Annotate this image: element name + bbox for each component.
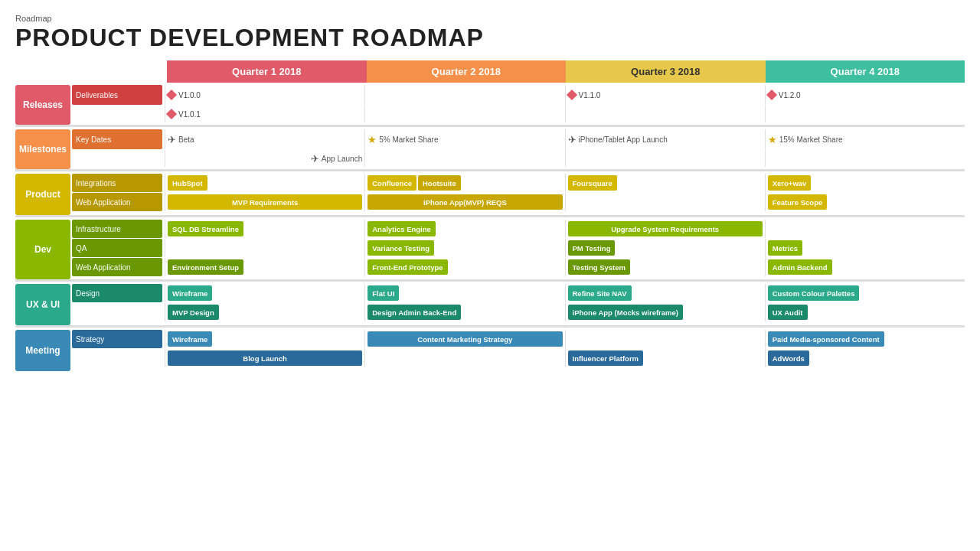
page-title: PRODUCT DEVELOPMENT ROADMAP bbox=[15, 24, 965, 51]
m-q4: ★ 15% Market Share bbox=[765, 129, 965, 149]
iphone-launch-item: ✈ iPhone/Tablet App Launch bbox=[568, 134, 668, 145]
product-section-label: Product bbox=[15, 174, 70, 215]
releases-section: Releases Deliverables V1.0.0 bbox=[15, 85, 965, 127]
v120-diamond bbox=[766, 90, 777, 100]
frontend-bar: Front-End Prototype bbox=[368, 259, 447, 275]
upgrade-bar: Upgrade System Requirements bbox=[568, 221, 763, 236]
v120-item: V1.2.0 bbox=[768, 91, 801, 99]
r-q3: V1.1.0 bbox=[565, 85, 765, 105]
r2-q3 bbox=[565, 106, 765, 122]
quarter-4-header: Quarter 4 2018 bbox=[766, 60, 965, 83]
product-section: Product Integrations HubSpot Confluence … bbox=[15, 174, 965, 217]
quarter-3-header: Quarter 3 2018 bbox=[566, 60, 766, 83]
v101-item: V1.0.1 bbox=[168, 110, 201, 119]
r-q4: V1.2.0 bbox=[765, 85, 965, 105]
m-q3: ✈ iPhone/Tablet App Launch bbox=[565, 129, 765, 149]
pm-bar: PM Testing bbox=[568, 240, 616, 256]
star-icon-5pct: ★ bbox=[368, 134, 377, 145]
header-sup: Roadmap bbox=[15, 14, 965, 23]
star-icon-15pct: ★ bbox=[768, 134, 777, 145]
qa-label: QA bbox=[72, 239, 162, 257]
v101-diamond bbox=[166, 109, 177, 119]
ux-section: UX & UI Design Wireframe Flat UI bbox=[15, 284, 965, 328]
admin-bar: Admin Backend bbox=[768, 259, 832, 275]
variance-bar: Variance Testing bbox=[368, 240, 434, 256]
foursquare-bar: Foursquare bbox=[568, 175, 617, 191]
quarter-1-header: Quarter 1 2018 bbox=[167, 60, 367, 83]
r-q2 bbox=[364, 85, 564, 105]
app-launch-item: ✈ App Launch bbox=[311, 153, 362, 165]
mvp-req-bar: MVP Requirements bbox=[168, 194, 362, 210]
hubspot-bar: HubSpot bbox=[168, 175, 207, 191]
paid-media-bar: Paid Media-sponsored Content bbox=[768, 331, 884, 347]
wireframe-bar: Wireframe bbox=[168, 285, 212, 301]
dev-section: Dev Infrastructure SQL DB Streamline Ana… bbox=[15, 220, 965, 282]
infrastructure-label: Infrastructure bbox=[72, 220, 162, 238]
page: Roadmap PRODUCT DEVELOPMENT ROADMAP Quar… bbox=[0, 0, 980, 551]
web-app-label: Web Application bbox=[72, 193, 162, 211]
r2-q4 bbox=[765, 106, 965, 122]
m-q1: ✈ Beta bbox=[165, 129, 364, 149]
quarter-2-header: Quarter 2 2018 bbox=[367, 60, 567, 83]
flat-ui-bar: Flat UI bbox=[368, 285, 399, 301]
meeting-wireframe-bar: Wireframe bbox=[168, 331, 212, 347]
iphone-mvp-bar: iPhone App(MVP) REQS bbox=[368, 194, 562, 210]
v110-diamond bbox=[566, 90, 577, 100]
influencer-platform-bar: Influencer Platform bbox=[568, 350, 644, 366]
quarter-headers: Quarter 1 2018 Quarter 2 2018 Quarter 3 … bbox=[167, 60, 965, 83]
feature-scope-bar: Feature Scope bbox=[768, 194, 827, 210]
milestones-section-label: Milestones bbox=[15, 129, 70, 169]
m-q2: ★ 5% Market Share bbox=[364, 129, 564, 149]
market-share-5-item: ★ 5% Market Share bbox=[368, 134, 438, 145]
plane-icon-beta: ✈ bbox=[168, 134, 176, 145]
r-q1: V1.0.0 bbox=[165, 85, 364, 105]
releases-section-label: Releases bbox=[15, 85, 70, 125]
mvp-design-bar: MVP Design bbox=[168, 305, 219, 320]
design-admin-bar: Design Admin Back-End bbox=[368, 305, 461, 320]
blog-launch-bar: Blog Launch bbox=[168, 350, 362, 366]
market-share-15-item: ★ 15% Market Share bbox=[768, 134, 843, 145]
custom-colour-bar: Custom Colour Palettes bbox=[768, 285, 860, 301]
confluence-bar: Confluence bbox=[368, 175, 416, 191]
beta-item: ✈ Beta bbox=[168, 134, 194, 145]
plane-icon-launch: ✈ bbox=[311, 153, 319, 165]
sql-bar: SQL DB Streamline bbox=[168, 221, 243, 236]
ux-section-label: UX & UI bbox=[15, 284, 70, 325]
analytics-bar: Analytics Engine bbox=[368, 221, 436, 236]
metrics-bar: Metrics bbox=[768, 240, 802, 256]
ux-design-label-1: Design bbox=[72, 284, 162, 302]
ux-audit-bar: UX Audit bbox=[768, 305, 808, 320]
dev-section-label: Dev bbox=[15, 220, 70, 279]
content-marketing-bar: Content Marketing Strategy bbox=[368, 331, 562, 347]
deliverables-label: Deliverables bbox=[72, 85, 162, 105]
milestones-section: Milestones Key Dates ✈ Beta bbox=[15, 129, 965, 171]
milestones-sub-label: Key Dates bbox=[72, 129, 162, 149]
v100-item: V1.0.0 bbox=[168, 91, 201, 99]
adwords-bar: AdWords bbox=[768, 350, 809, 366]
hootsuite-bar: Hootsuite bbox=[418, 175, 461, 191]
dev-web-app-label: Web Application bbox=[72, 258, 162, 276]
r2-q1: V1.0.1 bbox=[165, 106, 364, 122]
refine-nav-bar: Refine Site NAV bbox=[568, 285, 632, 301]
plane-icon-iphone: ✈ bbox=[568, 134, 577, 145]
v100-diamond bbox=[166, 90, 177, 100]
meeting-section-label: Meeting bbox=[15, 330, 70, 371]
xero-bar: Xero+wav bbox=[768, 175, 812, 191]
meeting-section: Meeting Strategy Wireframe Content Marke… bbox=[15, 330, 965, 371]
integrations-label: Integrations bbox=[72, 174, 162, 192]
v110-item: V1.1.0 bbox=[568, 91, 601, 99]
testing-bar: Testing System bbox=[568, 259, 631, 275]
iphone-mocks-bar: iPhone App (Mocks wireframe) bbox=[568, 305, 683, 320]
r2-q2 bbox=[364, 106, 564, 122]
env-setup-bar: Environment Setup bbox=[168, 259, 243, 275]
meeting-strategy-label-1: Strategy bbox=[72, 330, 162, 348]
